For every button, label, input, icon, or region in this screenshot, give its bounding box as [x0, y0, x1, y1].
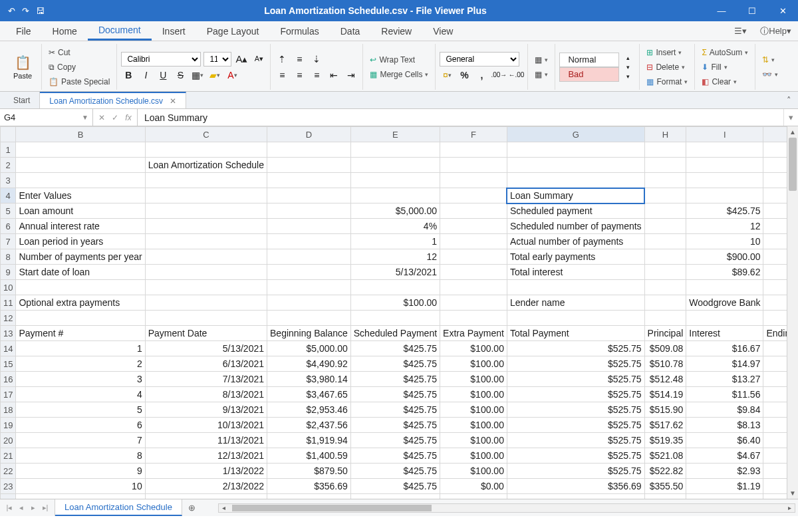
cell[interactable]	[267, 249, 351, 265]
find-button[interactable]: 👓	[759, 68, 781, 81]
align-middle-icon[interactable]: ≡	[292, 52, 307, 66]
col-header[interactable]: H	[644, 127, 686, 142]
cell[interactable]	[763, 142, 787, 158]
cell[interactable]	[507, 173, 644, 188]
cell[interactable]: $100.00	[440, 372, 507, 387]
row-header[interactable]: 11	[1, 295, 16, 311]
cell[interactable]	[145, 295, 267, 311]
prev-sheet-icon[interactable]: ◂	[16, 503, 27, 512]
row-header[interactable]: 23	[1, 479, 16, 494]
cell[interactable]: $425.75	[350, 464, 440, 479]
tab-start[interactable]: Start	[4, 92, 40, 108]
cell[interactable]: $514.19	[644, 387, 686, 402]
fx-icon[interactable]: fx	[122, 113, 134, 122]
cell[interactable]: 7	[16, 433, 145, 448]
cell[interactable]: Interest	[686, 326, 763, 341]
cell[interactable]: $3,980.14	[267, 372, 351, 387]
cell[interactable]: $2.93	[686, 464, 763, 479]
indent-dec-icon[interactable]: ⇤	[327, 68, 341, 82]
cell[interactable]: $5,000.00	[267, 341, 351, 356]
cell[interactable]: Payment #	[16, 326, 145, 341]
cell[interactable]	[350, 158, 440, 173]
save-icon[interactable]: 🖫	[36, 6, 45, 16]
ribbon-tab-file[interactable]: File	[5, 21, 42, 41]
cell[interactable]: $2,437.56	[763, 402, 787, 418]
cell[interactable]: 11/13/2021	[145, 433, 267, 448]
paste-button[interactable]: 📋 Paste	[8, 55, 37, 80]
strike-button[interactable]: S	[173, 68, 188, 82]
cell[interactable]: 7/13/2021	[145, 372, 267, 387]
cell[interactable]: $2,953.46	[267, 402, 351, 418]
ribbon-tab-insert[interactable]: Insert	[152, 21, 196, 41]
cell[interactable]: $425.75	[350, 341, 440, 356]
align-top-icon[interactable]: ⇡	[275, 52, 289, 66]
cell[interactable]: $522.82	[644, 464, 686, 479]
bold-button[interactable]: B	[121, 68, 136, 82]
cell[interactable]: Total Payment	[507, 326, 644, 341]
row-header[interactable]: 10	[1, 280, 16, 295]
cell[interactable]: Payment Date	[145, 326, 267, 341]
cell[interactable]: 6/13/2021	[145, 356, 267, 372]
cell[interactable]: 4	[16, 387, 145, 402]
cell[interactable]: Extra Payment	[440, 326, 507, 341]
cell[interactable]: $425.75	[350, 479, 440, 494]
cell[interactable]: $8.13	[686, 418, 763, 433]
row-header[interactable]: 14	[1, 341, 16, 356]
ribbon-tab-view[interactable]: View	[422, 21, 464, 41]
cell[interactable]	[267, 295, 351, 311]
row-header[interactable]: 5	[1, 203, 16, 219]
increase-decimal-icon[interactable]: .00→	[491, 68, 506, 82]
cell[interactable]	[763, 173, 787, 188]
collapse-ribbon-icon[interactable]: ˄	[780, 92, 798, 108]
cell[interactable]: $355.50	[644, 479, 686, 494]
format-cells-button[interactable]: ▦Format	[644, 75, 690, 88]
percent-icon[interactable]: %	[457, 68, 471, 82]
style-up-icon[interactable]: ▴	[620, 53, 635, 63]
col-header[interactable]: F	[440, 127, 507, 142]
cell[interactable]	[145, 173, 267, 188]
cell[interactable]	[145, 265, 267, 280]
style-more-icon[interactable]: ▾	[620, 72, 635, 81]
cell[interactable]: $425.75	[350, 356, 440, 372]
style-down-icon[interactable]: ▾	[620, 63, 635, 72]
col-header[interactable]: I	[686, 127, 763, 142]
cell[interactable]: Total early payments	[507, 249, 644, 265]
cell[interactable]: $100.00	[440, 448, 507, 464]
cell[interactable]	[644, 234, 686, 249]
cell[interactable]: 10	[686, 234, 763, 249]
grow-font-icon[interactable]: A▴	[234, 52, 249, 66]
cell[interactable]: $900.00	[686, 249, 763, 265]
cell[interactable]: $100.00	[440, 433, 507, 448]
cell[interactable]: $525.75	[507, 464, 644, 479]
cell[interactable]	[644, 158, 686, 173]
name-box[interactable]: G4▼	[0, 109, 93, 126]
paste-special-button[interactable]: 📋Paste Special	[46, 75, 112, 88]
cell[interactable]	[686, 280, 763, 295]
cell[interactable]	[763, 265, 787, 280]
cell[interactable]: Scheduled Payment	[350, 326, 440, 341]
cell[interactable]	[267, 265, 351, 280]
cell[interactable]	[440, 249, 507, 265]
underline-button[interactable]: U	[156, 68, 170, 82]
row-header[interactable]: 12	[1, 311, 16, 326]
cell[interactable]: $512.48	[644, 372, 686, 387]
cell[interactable]	[16, 142, 145, 158]
cell[interactable]	[440, 188, 507, 203]
cell[interactable]	[267, 173, 351, 188]
row-header[interactable]: 2	[1, 158, 16, 173]
cell[interactable]	[686, 173, 763, 188]
font-name-select[interactable]: Calibri	[121, 52, 201, 66]
indent-inc-icon[interactable]: ⇥	[344, 68, 358, 82]
cell[interactable]: $515.90	[644, 402, 686, 418]
col-header[interactable]: D	[267, 127, 351, 142]
cell[interactable]: $519.35	[644, 433, 686, 448]
cell[interactable]	[16, 494, 145, 499]
cell[interactable]	[350, 311, 440, 326]
col-header[interactable]: J	[763, 127, 787, 142]
formula-input[interactable]: Loan Summary	[138, 109, 783, 126]
col-header[interactable]: G	[507, 127, 644, 142]
cell[interactable]: 1/13/2022	[145, 464, 267, 479]
cell[interactable]: $9.84	[686, 402, 763, 418]
cell[interactable]	[145, 280, 267, 295]
cell[interactable]: 3	[16, 372, 145, 387]
